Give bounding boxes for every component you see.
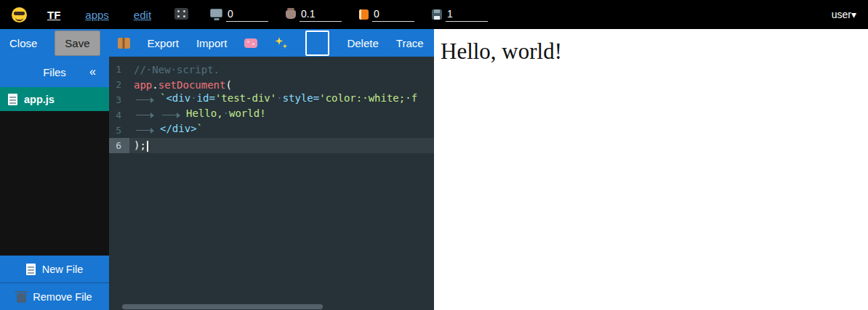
code-line: 2app.setDocument( — [109, 77, 434, 92]
tab-whitespace-marker — [134, 92, 160, 107]
file-name: app.js — [24, 94, 55, 105]
delete-button[interactable]: Delete — [347, 37, 378, 49]
meter-jug-value[interactable]: 0.1 — [300, 8, 342, 22]
code-token: . — [152, 79, 158, 91]
meter-jug: 0.1 — [286, 8, 342, 22]
empty-slot-button[interactable] — [305, 30, 329, 56]
horizontal-scrollbar[interactable] — [122, 304, 323, 309]
monitor-icon — [210, 9, 222, 17]
control-knobs-icon[interactable] — [174, 8, 188, 20]
code-editor[interactable]: 1//·New·script.2app.setDocument(3`<div·i… — [109, 57, 434, 310]
code-content: ); — [134, 139, 148, 152]
code-token: ( — [225, 79, 231, 91]
code-content: app.setDocument( — [134, 79, 232, 91]
files-header: Files « — [0, 57, 109, 87]
file-item[interactable]: app.js — [0, 87, 109, 111]
file-icon — [8, 94, 17, 105]
collapse-sidebar-button[interactable]: « — [89, 65, 96, 78]
smiley-icon[interactable] — [12, 7, 27, 23]
file-list: app.js — [0, 87, 109, 111]
code-token: 'color:·white;·f — [319, 92, 417, 104]
code-token: ); — [134, 139, 146, 151]
sparkles-icon — [275, 36, 288, 49]
code-token: Hello, — [186, 107, 223, 119]
preview-heading: Hello, world! — [441, 38, 868, 65]
code-lines: 1//·New·script.2app.setDocument(3`<div·i… — [109, 57, 434, 153]
close-button[interactable]: Close — [9, 37, 37, 49]
floppy-icon — [432, 9, 442, 20]
sparkles-button[interactable] — [275, 36, 288, 49]
editor-app: CloseSaveExportImportDeleteTrace Files «… — [0, 29, 434, 310]
remove-file-button[interactable]: Remove File — [0, 282, 109, 310]
meter-book: 0 — [359, 8, 414, 22]
tf-link[interactable]: TF — [47, 9, 60, 21]
editor-toolbar: CloseSaveExportImportDeleteTrace — [0, 29, 434, 57]
code-token: setDocument — [158, 79, 226, 91]
tab-whitespace-marker — [134, 107, 160, 123]
code-token: · — [190, 92, 196, 104]
trace-button[interactable]: Trace — [396, 37, 424, 49]
code-token: · — [223, 107, 229, 119]
package-icon — [118, 38, 130, 49]
code-token: 'test-div' — [215, 92, 276, 104]
files-title: Files — [43, 66, 66, 78]
code-content: //·New·script. — [134, 64, 220, 76]
jug-icon — [286, 10, 296, 19]
line-number: 5 — [109, 123, 129, 138]
sponge-icon — [244, 38, 257, 48]
code-token: id= — [197, 92, 215, 104]
editor-main: Files « app.js New File Remove File 1//·… — [0, 57, 434, 310]
code-token: //·New·script. — [134, 64, 220, 76]
code-line: 6); — [109, 138, 434, 153]
meter-floppy-value[interactable]: 1 — [446, 8, 488, 22]
code-line: 1//·New·script. — [109, 62, 434, 77]
remove-file-label: Remove File — [33, 291, 92, 303]
tab-whitespace-marker — [134, 123, 160, 138]
code-token: ` — [197, 123, 203, 134]
code-line: 4Hello,·world! — [109, 107, 434, 123]
apps-link[interactable]: apps — [85, 9, 109, 21]
sidebar-background — [0, 111, 109, 256]
new-file-label: New File — [42, 264, 83, 275]
export-button[interactable]: Export — [148, 37, 179, 49]
code-content: `<div·id='test-div'·style='color:·white;… — [134, 92, 417, 107]
line-number: 4 — [109, 107, 129, 123]
sponge-button[interactable] — [244, 38, 257, 48]
line-number: 3 — [109, 92, 129, 107]
text-cursor — [147, 141, 148, 152]
code-token: </div> — [160, 123, 197, 134]
file-sidebar: Files « app.js New File Remove File — [0, 57, 109, 310]
meter-floppy: 1 — [432, 8, 488, 22]
line-number: 6 — [109, 138, 129, 153]
code-content: Hello,·world! — [134, 107, 266, 123]
new-file-icon — [26, 264, 36, 275]
code-content: </div>` — [134, 123, 203, 138]
topbar-meters: 00.101 — [210, 8, 488, 22]
meter-monitor: 0 — [210, 8, 268, 22]
topbar: TF apps edit 00.101 user▾ — [0, 0, 868, 29]
book-icon — [359, 9, 369, 20]
edit-link[interactable]: edit — [134, 9, 151, 21]
new-file-button[interactable]: New File — [0, 256, 109, 282]
code-line: 5</div>` — [109, 123, 434, 138]
preview-panel: Hello, world! — [434, 29, 868, 310]
package-button[interactable] — [118, 38, 130, 49]
meter-monitor-value[interactable]: 0 — [226, 8, 268, 22]
user-menu[interactable]: user▾ — [832, 9, 856, 20]
import-button[interactable]: Import — [196, 37, 228, 49]
line-number: 2 — [109, 77, 129, 92]
code-token: <div — [166, 92, 190, 104]
code-line: 3`<div·id='test-div'·style='color:·white… — [109, 92, 434, 107]
code-token: style= — [283, 92, 320, 104]
meter-book-value[interactable]: 0 — [372, 8, 414, 22]
code-token: · — [276, 92, 282, 104]
save-button[interactable]: Save — [55, 30, 100, 56]
line-number: 1 — [109, 62, 129, 77]
trash-icon — [17, 293, 26, 303]
code-token: world! — [229, 107, 266, 119]
code-token: app — [134, 79, 152, 91]
tab-whitespace-marker — [160, 107, 186, 123]
